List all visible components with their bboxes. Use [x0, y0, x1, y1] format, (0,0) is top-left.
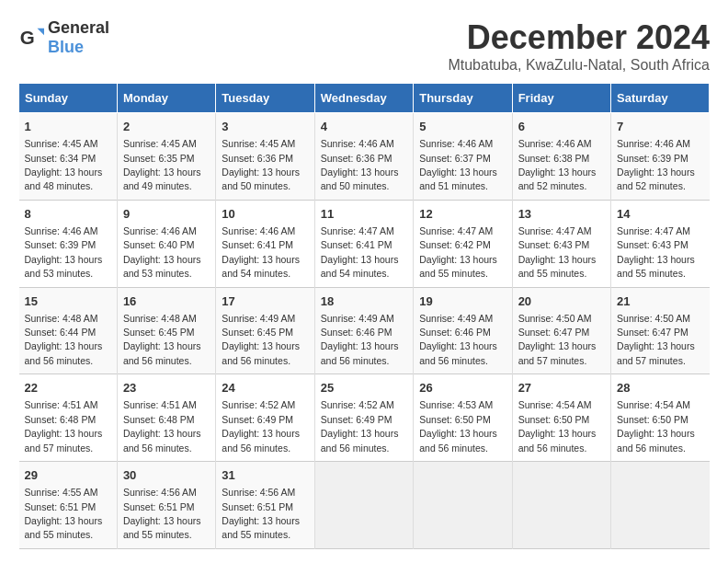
calendar-cell	[611, 462, 710, 549]
calendar-cell: 14 Sunrise: 4:47 AMSunset: 6:43 PMDaylig…	[611, 200, 710, 287]
calendar-cell: 17 Sunrise: 4:49 AMSunset: 6:45 PMDaylig…	[216, 287, 314, 374]
day-number: 1	[25, 119, 111, 135]
day-info: Sunrise: 4:46 AMSunset: 6:37 PMDaylight:…	[419, 138, 497, 191]
calendar-cell: 22 Sunrise: 4:51 AMSunset: 6:48 PMDaylig…	[19, 374, 118, 462]
day-number: 30	[123, 467, 210, 484]
week-row-1: 1 Sunrise: 4:45 AMSunset: 6:34 PMDayligh…	[19, 113, 710, 201]
day-number: 4	[321, 119, 407, 135]
day-number: 17	[222, 293, 308, 310]
calendar-cell: 8 Sunrise: 4:46 AMSunset: 6:39 PMDayligh…	[19, 200, 118, 287]
day-number: 9	[123, 206, 210, 223]
calendar-cell: 10 Sunrise: 4:46 AMSunset: 6:41 PMDaylig…	[216, 200, 314, 287]
day-number: 19	[419, 293, 506, 310]
calendar-cell: 31 Sunrise: 4:56 AMSunset: 6:51 PMDaylig…	[216, 462, 314, 549]
day-info: Sunrise: 4:49 AMSunset: 6:46 PMDaylight:…	[321, 313, 399, 366]
day-info: Sunrise: 4:46 AMSunset: 6:40 PMDaylight:…	[123, 225, 201, 279]
day-number: 8	[25, 206, 111, 223]
day-info: Sunrise: 4:47 AMSunset: 6:42 PMDaylight:…	[419, 225, 497, 279]
day-number: 6	[518, 119, 605, 135]
day-info: Sunrise: 4:47 AMSunset: 6:43 PMDaylight:…	[518, 225, 597, 279]
day-info: Sunrise: 4:46 AMSunset: 6:36 PMDaylight:…	[321, 138, 399, 191]
day-number: 21	[617, 293, 703, 310]
logo-general: General	[48, 18, 109, 37]
day-info: Sunrise: 4:45 AMSunset: 6:34 PMDaylight:…	[25, 138, 103, 191]
header-tuesday: Tuesday	[216, 84, 314, 113]
calendar-cell: 16 Sunrise: 4:48 AMSunset: 6:45 PMDaylig…	[117, 287, 215, 374]
header-saturday: Saturday	[611, 84, 710, 113]
day-info: Sunrise: 4:55 AMSunset: 6:51 PMDaylight:…	[25, 487, 103, 540]
header-wednesday: Wednesday	[314, 84, 413, 113]
calendar-cell: 13 Sunrise: 4:47 AMSunset: 6:43 PMDaylig…	[512, 200, 610, 287]
calendar-table: SundayMondayTuesdayWednesdayThursdayFrid…	[18, 83, 710, 549]
day-info: Sunrise: 4:45 AMSunset: 6:35 PMDaylight:…	[123, 138, 201, 191]
week-row-4: 22 Sunrise: 4:51 AMSunset: 6:48 PMDaylig…	[19, 374, 710, 462]
day-info: Sunrise: 4:56 AMSunset: 6:51 PMDaylight:…	[222, 487, 300, 540]
day-info: Sunrise: 4:46 AMSunset: 6:38 PMDaylight:…	[518, 138, 597, 191]
header-monday: Monday	[117, 84, 215, 113]
day-number: 20	[518, 293, 605, 310]
day-number: 24	[222, 380, 308, 396]
day-number: 31	[222, 467, 308, 484]
calendar-cell: 3 Sunrise: 4:45 AMSunset: 6:36 PMDayligh…	[216, 113, 314, 201]
calendar-cell	[512, 462, 610, 549]
calendar-cell: 7 Sunrise: 4:46 AMSunset: 6:39 PMDayligh…	[611, 113, 710, 201]
week-row-2: 8 Sunrise: 4:46 AMSunset: 6:39 PMDayligh…	[19, 200, 710, 287]
day-info: Sunrise: 4:51 AMSunset: 6:48 PMDaylight:…	[123, 399, 201, 453]
logo-wordmark: General Blue	[48, 18, 109, 57]
subtitle: Mtubatuba, KwaZulu-Natal, South Africa	[448, 57, 710, 74]
day-number: 7	[617, 119, 703, 135]
day-number: 16	[123, 293, 210, 310]
svg-text:G: G	[20, 27, 35, 48]
header-thursday: Thursday	[414, 84, 512, 113]
calendar-cell: 2 Sunrise: 4:45 AMSunset: 6:35 PMDayligh…	[117, 113, 215, 201]
header-row: SundayMondayTuesdayWednesdayThursdayFrid…	[19, 84, 710, 113]
day-number: 14	[617, 206, 703, 223]
header: G General Blue December 2024 Mtubatuba, …	[18, 18, 710, 74]
calendar-cell: 24 Sunrise: 4:52 AMSunset: 6:49 PMDaylig…	[216, 374, 314, 462]
day-number: 12	[419, 206, 506, 223]
day-info: Sunrise: 4:54 AMSunset: 6:50 PMDaylight:…	[518, 399, 597, 453]
header-sunday: Sunday	[19, 84, 118, 113]
day-info: Sunrise: 4:49 AMSunset: 6:46 PMDaylight:…	[419, 313, 497, 366]
calendar-cell: 15 Sunrise: 4:48 AMSunset: 6:44 PMDaylig…	[19, 287, 118, 374]
day-number: 2	[123, 119, 210, 135]
day-number: 29	[25, 467, 111, 484]
title-section: December 2024 Mtubatuba, KwaZulu-Natal, …	[448, 18, 710, 74]
svg-marker-1	[38, 29, 44, 35]
main-title: December 2024	[448, 18, 710, 57]
day-number: 28	[617, 380, 703, 396]
calendar-cell: 27 Sunrise: 4:54 AMSunset: 6:50 PMDaylig…	[512, 374, 610, 462]
header-friday: Friday	[512, 84, 610, 113]
day-info: Sunrise: 4:48 AMSunset: 6:45 PMDaylight:…	[123, 313, 201, 366]
day-info: Sunrise: 4:50 AMSunset: 6:47 PMDaylight:…	[617, 313, 695, 366]
calendar-cell: 9 Sunrise: 4:46 AMSunset: 6:40 PMDayligh…	[117, 200, 215, 287]
day-number: 26	[419, 380, 506, 396]
day-info: Sunrise: 4:56 AMSunset: 6:51 PMDaylight:…	[123, 487, 201, 540]
day-info: Sunrise: 4:54 AMSunset: 6:50 PMDaylight:…	[617, 399, 695, 453]
calendar-cell	[414, 462, 512, 549]
week-row-3: 15 Sunrise: 4:48 AMSunset: 6:44 PMDaylig…	[19, 287, 710, 374]
calendar-cell: 28 Sunrise: 4:54 AMSunset: 6:50 PMDaylig…	[611, 374, 710, 462]
calendar-cell: 29 Sunrise: 4:55 AMSunset: 6:51 PMDaylig…	[19, 462, 118, 549]
calendar-cell: 25 Sunrise: 4:52 AMSunset: 6:49 PMDaylig…	[314, 374, 413, 462]
calendar-cell: 26 Sunrise: 4:53 AMSunset: 6:50 PMDaylig…	[414, 374, 512, 462]
day-number: 5	[419, 119, 506, 135]
calendar-cell: 23 Sunrise: 4:51 AMSunset: 6:48 PMDaylig…	[117, 374, 215, 462]
day-number: 10	[222, 206, 308, 223]
day-number: 25	[321, 380, 407, 396]
logo-blue: Blue	[48, 38, 84, 56]
day-info: Sunrise: 4:53 AMSunset: 6:50 PMDaylight:…	[419, 399, 497, 453]
week-row-5: 29 Sunrise: 4:55 AMSunset: 6:51 PMDaylig…	[19, 462, 710, 549]
day-info: Sunrise: 4:46 AMSunset: 6:41 PMDaylight:…	[222, 225, 300, 279]
day-number: 27	[518, 380, 605, 396]
day-number: 13	[518, 206, 605, 223]
day-info: Sunrise: 4:49 AMSunset: 6:45 PMDaylight:…	[222, 313, 300, 366]
calendar-cell: 1 Sunrise: 4:45 AMSunset: 6:34 PMDayligh…	[19, 113, 118, 201]
calendar-cell: 4 Sunrise: 4:46 AMSunset: 6:36 PMDayligh…	[314, 113, 413, 201]
calendar-cell: 5 Sunrise: 4:46 AMSunset: 6:37 PMDayligh…	[414, 113, 512, 201]
day-info: Sunrise: 4:52 AMSunset: 6:49 PMDaylight:…	[321, 399, 399, 453]
day-number: 18	[321, 293, 407, 310]
calendar-cell	[314, 462, 413, 549]
day-number: 15	[25, 293, 111, 310]
day-number: 11	[321, 206, 407, 223]
